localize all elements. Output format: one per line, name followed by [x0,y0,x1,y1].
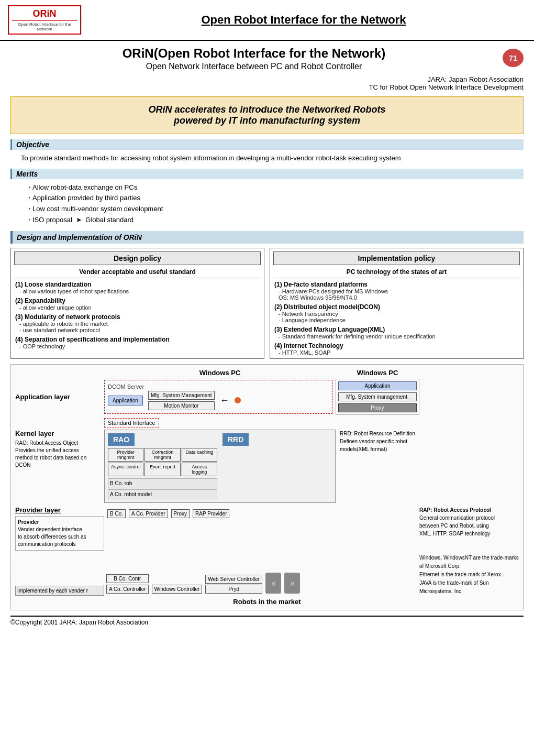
title-section: ORiN(Open Robot Interface for the Networ… [10,46,524,71]
provider-desc1: Vender dependent interface [18,526,102,533]
rap-desc-area: RAP: Robot Access Protocol General commu… [419,506,519,538]
provider-layer-label-area: Provider layer Provider Vender dependent… [15,506,104,551]
proxy-box: Proxy [338,403,417,412]
policy-item-desc: - HTTP, XML, SOAP [279,349,519,356]
robots-market-content: B Co. Contr A Co. Controller Windows Con… [104,571,336,596]
policy-item-desc: - allow vender unique option [19,304,260,311]
list-item: Application provided by third parties [26,193,524,204]
policy-item-desc: - Language independence [279,317,519,323]
policy-item: (4) Separation of specifications and imp… [15,336,260,349]
b-co-controller-box: B Co. Contr [106,574,149,583]
copyright: ©Copyright 2001 JARA: Japan Robot Associ… [10,616,524,628]
design-policy-box: Design policy Vender acceptable and usef… [10,248,264,359]
logo-box: ORiN Open Robot Interface for the Networ… [8,5,81,35]
web-server-box: Web Server Controller [205,575,262,584]
provider-desc3: communication protocols [18,541,102,548]
rao-desc3: DCON [15,462,104,469]
std-interface-label: Standard Interface [104,418,159,428]
robot-icon: 🤖 [284,573,300,594]
kernel-layer-label: Kernel layer [15,430,104,437]
provider-label: Provider [18,519,102,526]
app-layer-label: Application layer [15,393,104,401]
rao-item: Provider mngmnt [108,448,143,462]
banner-line2: powered by IT into manufacturing system [18,115,516,126]
windows-controller-box: Windows Controller [152,585,203,594]
impl-policy-subtitle: PC technology of the states of art [273,268,520,278]
dcom-label: DCOM Server [108,384,329,390]
org-info: JARA: Japan Robot Association TC for Rob… [10,75,524,91]
policy-item-desc: OS: MS Windows 95/98/NT4.0 [279,294,519,301]
design-policy-title: Design policy [14,251,261,265]
policy-item-desc: - Network transparency [279,311,519,317]
list-item: ISO proposal ➤ Global standard [26,215,524,226]
rrd-full-text: RRD: Robot Resource Definition Defines v… [340,430,419,453]
windows-pc-label-left: Windows PC [104,369,336,377]
web-server-area: Web Server Controller Pryd [205,575,262,594]
policy-item: (3) Extended Markup Language(XML) - Stan… [274,326,519,339]
provider-desc2: to absorb differences such as [18,533,102,541]
rao-section: RAO Provider mngmnt Correction mngmnt Da… [108,433,217,499]
app-boxes-row: Application Mfg. System Management Motio… [108,391,329,410]
robots-row: Implemented by each vender r B Co. Contr… [15,554,519,596]
policy-item: (3) Modularity of network protocols - ap… [15,313,260,333]
a-co-provider-box: A Co. Provider [129,509,168,518]
policy-item-title: (1) De-facto standard platforms [274,281,519,288]
policy-item-title: (2) Distributed object model(DCON) [274,303,519,311]
rao-item: Async. control [108,463,143,476]
design-section-header: Design and Implementation of ORiN [10,231,524,244]
merits-list: Allow robot-data exchange on PCs Applica… [26,182,524,226]
a-co-controller-box: A Co. Controller [106,585,149,594]
footnote1: Windows, WindowsNT are the trade-marks o… [419,554,519,571]
policy-item-title: (4) Separation of specifications and imp… [15,336,260,343]
list-item: Low cost multi-vendor system development [26,204,524,215]
policy-item: (1) Loose standardization - allow variou… [15,281,260,294]
arrow-left-icon: ← [220,395,229,406]
rao-full-text: RAO: Robot Access Object [15,440,104,447]
robots-label: Robots in the market [15,598,519,606]
impl-by-vendor-box: Implemented by each vender r [15,586,104,596]
main-title: ORiN(Open Robot Interface for the Networ… [10,46,497,61]
arch-top-headers: Windows PC Windows PC [15,369,519,377]
robot-icon: 🤖 [265,573,281,594]
footnote2: Ethernet is the trade-mark of Xerox . [419,571,519,579]
logo-text: ORiN [12,8,77,19]
circle-connector-icon [235,397,241,403]
title-text-area: ORiN(Open Robot Interface for the Networ… [10,46,497,71]
header-title: Open Robot Interface for the Network [81,13,526,27]
arch-diagram: Windows PC Windows PC Application layer … [10,364,524,610]
kernel-layer-row: Kernel layer RAO: Robot Access Object Pr… [15,430,519,503]
rao-box: RAO [108,433,135,446]
policy-item: (2) Expandability - allow vender unique … [15,297,260,311]
objective-text: To provide standard methods for accessin… [21,153,524,163]
rao-item: Correction mngmnt [144,448,180,462]
policy-item-desc: - use standard network protocol [19,327,260,333]
a-co-model: A Co. robot model [108,489,217,499]
policy-item: (1) De-facto standard platforms - Hardwa… [274,281,519,301]
policy-item-desc: - allow various types of robot specifica… [19,288,260,294]
rao-item: Access logging [182,463,217,476]
footnote3: JAVA is the trade-mark of Sun Microsyste… [419,579,519,596]
rao-item: Event report [144,463,180,476]
mfg-right-box: Mfg. System management. [338,392,417,401]
policy-item: (2) Distributed object model(DCON) - Net… [274,303,519,323]
impl-vendor-label: Implemented by each vender r [15,586,104,596]
rao-rrd-row: RAO Provider mngmnt Correction mngmnt Da… [108,433,332,499]
merits-header: Merits [10,169,524,179]
subtitle: Open Network Interface between PC and Ro… [10,62,497,71]
b-co-controller-area: B Co. Contr A Co. Controller [106,574,149,594]
rao-desc: RAO: Robot Access Object Provides the un… [15,440,104,469]
windows-pc-label-right: Windows PC [336,369,419,377]
impl-policy-title: Implementation policy [273,251,520,265]
pryd-box: Pryd [205,585,262,594]
logo-subtext: Open Robot Interface for the Network [12,20,77,31]
list-item: Allow robot-data exchange on PCs [26,182,524,193]
std-interface-row: Standard Interface [15,418,519,428]
policy-item-desc: - Hardware:PCs designed for MS Windows [279,288,519,294]
logo-71-icon: 71 [503,49,524,67]
app-box: Application [108,396,143,406]
app-sub-boxes: Mfg. System Management Motion Monitor [148,391,215,410]
policy-item-title: (3) Extended Markup Language(XML) [274,326,519,333]
mfg-system-box: Mfg. System Management [148,391,215,400]
rrd-desc-area: RRD: Robot Resource Definition Defines v… [336,430,419,453]
app-right-box: Application Mfg. System management. Prox… [336,379,419,415]
